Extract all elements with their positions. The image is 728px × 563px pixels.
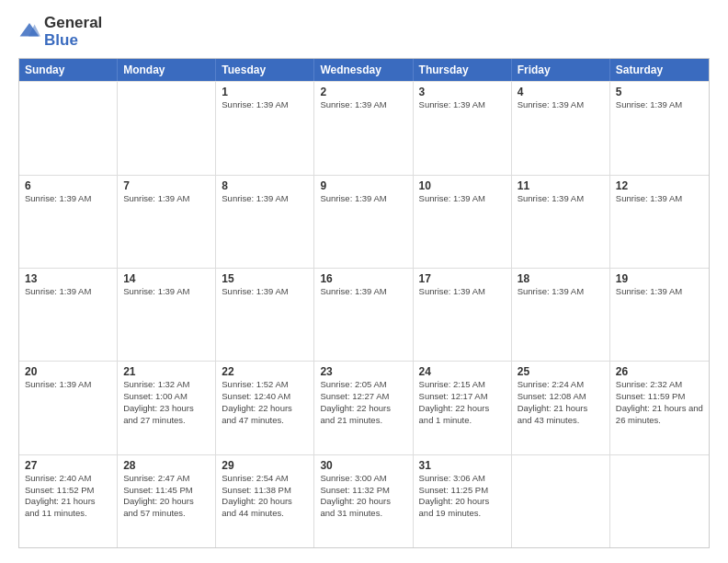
- day-number: 2: [320, 86, 406, 98]
- day-info: Sunrise: 2:32 AM Sunset: 11:59 PM Daylig…: [616, 379, 703, 426]
- calendar-row: 6Sunrise: 1:39 AM7Sunrise: 1:39 AM8Sunri…: [19, 175, 709, 268]
- calendar-cell: [19, 82, 118, 174]
- calendar-cell: [118, 82, 216, 174]
- day-info: Sunrise: 1:39 AM: [25, 379, 111, 391]
- day-info: Sunrise: 2:05 AM Sunset: 12:27 AM Daylig…: [320, 379, 406, 426]
- day-number: 23: [320, 365, 406, 378]
- calendar-cell: 28Sunrise: 2:47 AM Sunset: 11:45 PM Dayl…: [118, 455, 216, 547]
- day-number: 26: [616, 365, 703, 378]
- calendar-cell: 7Sunrise: 1:39 AM: [118, 176, 216, 268]
- day-number: 14: [123, 272, 210, 285]
- page: General Blue SundayMondayTuesdayWednesda…: [0, 0, 728, 563]
- day-info: Sunrise: 1:52 AM Sunset: 12:40 AM Daylig…: [222, 379, 308, 426]
- logo: General Blue: [18, 15, 102, 49]
- day-info: Sunrise: 1:39 AM: [222, 286, 308, 298]
- day-number: 25: [518, 365, 604, 378]
- logo-text: General Blue: [44, 15, 102, 49]
- day-info: Sunrise: 2:24 AM Sunset: 12:08 AM Daylig…: [518, 379, 604, 426]
- day-number: 21: [123, 365, 210, 378]
- day-number: 4: [518, 86, 604, 98]
- weekday-header: Sunday: [19, 59, 118, 81]
- day-info: Sunrise: 1:39 AM: [518, 99, 604, 111]
- calendar-cell: 11Sunrise: 1:39 AM: [512, 176, 610, 268]
- day-info: Sunrise: 1:39 AM: [419, 286, 506, 298]
- day-number: 19: [616, 272, 703, 285]
- day-info: Sunrise: 1:39 AM: [616, 193, 703, 205]
- day-number: 15: [222, 272, 308, 285]
- day-number: 29: [222, 459, 308, 472]
- calendar-cell: 19Sunrise: 1:39 AM: [610, 269, 709, 361]
- calendar-cell: 3Sunrise: 1:39 AM: [414, 82, 512, 174]
- day-number: 11: [518, 179, 604, 192]
- day-info: Sunrise: 1:39 AM: [25, 286, 111, 298]
- calendar-cell: 21Sunrise: 1:32 AM Sunset: 1:00 AM Dayli…: [118, 362, 216, 454]
- day-info: Sunrise: 2:54 AM Sunset: 11:38 PM Daylig…: [222, 473, 308, 520]
- day-number: 5: [616, 86, 703, 98]
- calendar-cell: [512, 455, 610, 547]
- calendar-cell: 13Sunrise: 1:39 AM: [19, 269, 118, 361]
- day-number: 3: [419, 86, 506, 98]
- calendar-cell: 12Sunrise: 1:39 AM: [610, 176, 709, 268]
- day-info: Sunrise: 1:39 AM: [123, 193, 210, 205]
- calendar-cell: 8Sunrise: 1:39 AM: [216, 176, 314, 268]
- weekday-header: Monday: [118, 59, 216, 81]
- day-info: Sunrise: 1:39 AM: [518, 286, 604, 298]
- day-info: Sunrise: 2:40 AM Sunset: 11:52 PM Daylig…: [25, 473, 111, 520]
- calendar-cell: 22Sunrise: 1:52 AM Sunset: 12:40 AM Dayl…: [216, 362, 314, 454]
- day-info: Sunrise: 1:39 AM: [123, 286, 210, 298]
- day-info: Sunrise: 1:39 AM: [222, 99, 308, 111]
- day-number: 22: [222, 365, 308, 378]
- calendar-header: SundayMondayTuesdayWednesdayThursdayFrid…: [19, 59, 709, 81]
- day-info: Sunrise: 1:39 AM: [320, 99, 406, 111]
- day-number: 8: [222, 179, 308, 192]
- day-info: Sunrise: 1:32 AM Sunset: 1:00 AM Dayligh…: [123, 379, 210, 426]
- day-info: Sunrise: 1:39 AM: [320, 193, 406, 205]
- day-info: Sunrise: 1:39 AM: [518, 193, 604, 205]
- day-number: 30: [320, 459, 406, 472]
- day-number: 12: [616, 179, 703, 192]
- day-number: 24: [419, 365, 506, 378]
- day-number: 31: [419, 459, 506, 472]
- calendar-cell: 20Sunrise: 1:39 AM: [19, 362, 118, 454]
- calendar-cell: 5Sunrise: 1:39 AM: [610, 82, 709, 174]
- day-info: Sunrise: 3:06 AM Sunset: 11:25 PM Daylig…: [419, 473, 506, 520]
- logo-icon: [18, 21, 40, 40]
- calendar-cell: 29Sunrise: 2:54 AM Sunset: 11:38 PM Dayl…: [216, 455, 314, 547]
- day-info: Sunrise: 1:39 AM: [616, 99, 703, 111]
- calendar-cell: 31Sunrise: 3:06 AM Sunset: 11:25 PM Dayl…: [414, 455, 512, 547]
- day-number: 10: [419, 179, 506, 192]
- day-number: 20: [25, 365, 111, 378]
- day-info: Sunrise: 1:39 AM: [419, 99, 506, 111]
- day-info: Sunrise: 2:15 AM Sunset: 12:17 AM Daylig…: [419, 379, 506, 426]
- calendar-body: 1Sunrise: 1:39 AM2Sunrise: 1:39 AM3Sunri…: [19, 81, 709, 547]
- calendar-row: 1Sunrise: 1:39 AM2Sunrise: 1:39 AM3Sunri…: [19, 81, 709, 174]
- calendar-cell: 23Sunrise: 2:05 AM Sunset: 12:27 AM Dayl…: [314, 362, 413, 454]
- calendar-cell: 1Sunrise: 1:39 AM: [216, 82, 314, 174]
- day-info: Sunrise: 1:39 AM: [320, 286, 406, 298]
- calendar-cell: 16Sunrise: 1:39 AM: [314, 269, 413, 361]
- calendar-row: 27Sunrise: 2:40 AM Sunset: 11:52 PM Dayl…: [19, 454, 709, 547]
- day-number: 13: [25, 272, 111, 285]
- calendar-cell: 27Sunrise: 2:40 AM Sunset: 11:52 PM Dayl…: [19, 455, 118, 547]
- calendar-cell: 25Sunrise: 2:24 AM Sunset: 12:08 AM Dayl…: [512, 362, 610, 454]
- day-number: 1: [222, 86, 308, 98]
- calendar-cell: 24Sunrise: 2:15 AM Sunset: 12:17 AM Dayl…: [414, 362, 512, 454]
- calendar-cell: 9Sunrise: 1:39 AM: [314, 176, 413, 268]
- calendar-cell: 2Sunrise: 1:39 AM: [314, 82, 413, 174]
- calendar-cell: 6Sunrise: 1:39 AM: [19, 176, 118, 268]
- weekday-header: Tuesday: [216, 59, 314, 81]
- weekday-header: Friday: [512, 59, 610, 81]
- calendar-cell: [610, 455, 709, 547]
- calendar-row: 13Sunrise: 1:39 AM14Sunrise: 1:39 AM15Su…: [19, 268, 709, 361]
- day-info: Sunrise: 1:39 AM: [616, 286, 703, 298]
- day-info: Sunrise: 1:39 AM: [419, 193, 506, 205]
- calendar-cell: 26Sunrise: 2:32 AM Sunset: 11:59 PM Dayl…: [610, 362, 709, 454]
- day-number: 17: [419, 272, 506, 285]
- day-info: Sunrise: 1:39 AM: [222, 193, 308, 205]
- day-number: 28: [123, 459, 210, 472]
- day-number: 18: [518, 272, 604, 285]
- calendar-cell: 14Sunrise: 1:39 AM: [118, 269, 216, 361]
- day-info: Sunrise: 1:39 AM: [25, 193, 111, 205]
- calendar-cell: 10Sunrise: 1:39 AM: [414, 176, 512, 268]
- calendar-cell: 15Sunrise: 1:39 AM: [216, 269, 314, 361]
